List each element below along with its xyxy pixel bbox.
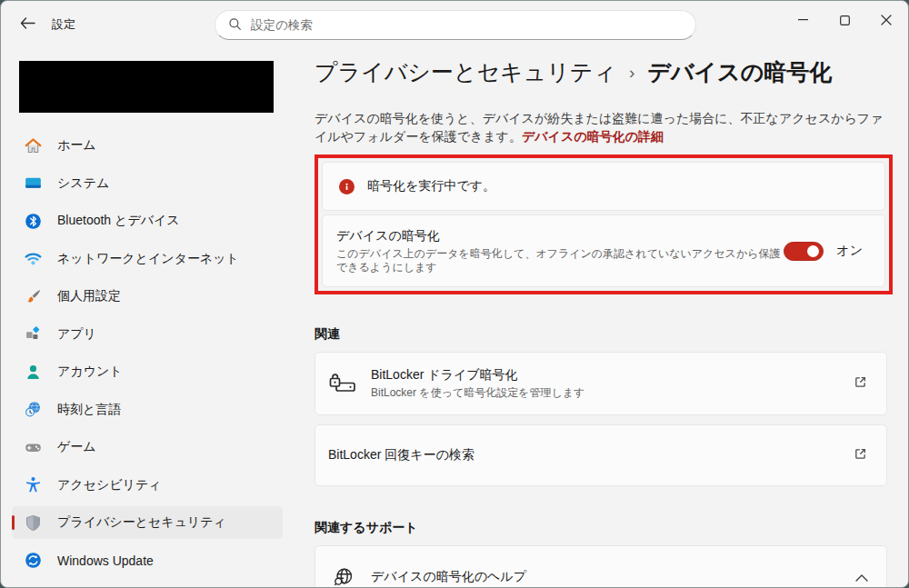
sidebar-item-label: Windows Update: [57, 553, 154, 568]
account-profile-redacted[interactable]: [19, 61, 274, 113]
setting-text: デバイスの暗号化 このデバイス上のデータを暗号化して、オフラインの承認されていな…: [336, 228, 784, 274]
web-help-globe-icon: [329, 566, 356, 588]
breadcrumb-parent[interactable]: プライバシーとセキュリティ: [315, 56, 616, 87]
setting-title: デバイスの暗号化: [336, 228, 784, 244]
back-button[interactable]: [12, 11, 43, 38]
support-section-header: 関連するサポート: [315, 520, 893, 536]
sidebar-item-label: ゲーム: [57, 439, 96, 455]
search-input[interactable]: 設定の検索: [215, 10, 696, 40]
sidebar-item-label: アクセシビリティ: [57, 477, 162, 493]
system-icon: [23, 174, 43, 194]
card-subtitle: BitLocker を使って暗号化設定を管理します: [371, 385, 584, 401]
card-title: BitLocker 回復キーの検索: [328, 447, 474, 463]
sidebar-item-accounts[interactable]: アカウント: [12, 355, 283, 388]
sidebar-item-time-language[interactable]: 時刻と言語: [12, 394, 283, 426]
page-title: デバイスの暗号化: [647, 56, 832, 87]
encryption-help-card[interactable]: デバイスの暗号化のヘルプ: [315, 545, 887, 588]
time-language-icon: [23, 400, 43, 420]
related-section-header: 関連: [315, 326, 893, 343]
home-icon: [23, 135, 43, 155]
network-icon: [23, 249, 43, 269]
accessibility-icon: [23, 475, 43, 495]
sidebar-item-label: プライバシーとセキュリティ: [57, 514, 226, 531]
search-placeholder: 設定の検索: [251, 17, 313, 34]
card-title: デバイスの暗号化のヘルプ: [371, 569, 526, 585]
chevron-up-icon[interactable]: [855, 570, 868, 584]
sidebar-item-label: アカウント: [57, 364, 123, 380]
search-icon: [228, 17, 242, 34]
bluetooth-icon: [23, 211, 43, 231]
sidebar: ホーム システム Bluetooth とデバイス: [1, 48, 294, 588]
window-controls: [782, 2, 907, 42]
breadcrumb-separator-icon: ›: [629, 55, 634, 88]
close-button[interactable]: [865, 2, 907, 38]
settings-window: 設定 設定の検索: [0, 0, 909, 588]
minimize-button[interactable]: [782, 2, 824, 38]
windows-update-icon: [23, 551, 43, 571]
sidebar-item-label: ネットワークとインターネット: [57, 251, 239, 267]
bitlocker-recovery-key-card[interactable]: BitLocker 回復キーの検索: [315, 424, 887, 486]
sidebar-item-bluetooth-devices[interactable]: Bluetooth とデバイス: [12, 204, 283, 237]
sidebar-item-accessibility[interactable]: アクセシビリティ: [12, 469, 283, 502]
sidebar-item-network-internet[interactable]: ネットワークとインターネット: [12, 243, 283, 275]
bitlocker-lock-drive-icon: [329, 373, 356, 394]
sidebar-item-label: Bluetooth とデバイス: [57, 213, 180, 229]
maximize-icon: [840, 15, 850, 25]
apps-icon: [23, 324, 43, 344]
page-description: デバイスの暗号化を使うと、デバイスが紛失または盗難に遭った場合に、不正なアクセス…: [315, 109, 893, 145]
sidebar-item-system[interactable]: システム: [12, 167, 283, 200]
close-icon: [881, 15, 892, 25]
sidebar-nav: ホーム システム Bluetooth とデバイス: [1, 129, 294, 577]
main-content: プライバシーとセキュリティ › デバイスの暗号化 デバイスの暗号化を使うと、デバ…: [294, 48, 909, 588]
toggle-group: オン: [784, 242, 863, 261]
info-icon: [339, 179, 355, 194]
external-link-icon: [853, 374, 868, 393]
sidebar-item-windows-update[interactable]: Windows Update: [12, 544, 283, 577]
device-encryption-toggle[interactable]: [784, 242, 824, 261]
sidebar-item-label: 個人用設定: [57, 288, 121, 304]
sidebar-item-label: アプリ: [57, 326, 96, 343]
sidebar-item-privacy-security[interactable]: プライバシーとセキュリティ: [12, 506, 283, 539]
card-text: BitLocker ドライブ暗号化 BitLocker を使って暗号化設定を管理…: [371, 367, 584, 401]
annotation-highlight-box: 暗号化を実行中です。 デバイスの暗号化 このデバイス上のデータを暗号化して、オフ…: [315, 154, 893, 294]
bitlocker-drive-encryption-card[interactable]: BitLocker ドライブ暗号化 BitLocker を使って暗号化設定を管理…: [315, 352, 887, 415]
sidebar-item-label: 時刻と言語: [57, 402, 121, 418]
setting-description: このデバイス上のデータを暗号化して、オフラインの承認されていないアクセスから保護…: [336, 247, 784, 274]
toggle-knob: [807, 245, 819, 257]
selected-accent-bar: [12, 515, 15, 530]
sidebar-item-gaming[interactable]: ゲーム: [12, 431, 283, 463]
privacy-shield-icon: [23, 513, 43, 533]
sidebar-item-apps[interactable]: アプリ: [12, 318, 283, 351]
sidebar-item-personalization[interactable]: 個人用設定: [12, 280, 283, 313]
card-title: BitLocker ドライブ暗号化: [371, 367, 584, 384]
maximize-button[interactable]: [824, 2, 865, 38]
minimize-icon: [798, 19, 808, 21]
gaming-icon: [23, 437, 43, 457]
banner-message: 暗号化を実行中です。: [367, 178, 495, 194]
sidebar-item-label: システム: [57, 175, 109, 192]
back-arrow-icon: [20, 17, 35, 32]
accounts-icon: [23, 362, 43, 382]
personalization-icon: [23, 286, 43, 306]
device-encryption-setting-row: デバイスの暗号化 このデバイス上のデータを暗号化して、オフラインの承認されていな…: [322, 214, 885, 287]
sidebar-item-label: ホーム: [57, 137, 96, 154]
external-link-icon: [853, 446, 868, 464]
sidebar-item-home[interactable]: ホーム: [12, 129, 283, 162]
app-title: 設定: [52, 16, 75, 33]
learn-more-link[interactable]: デバイスの暗号化の詳細: [522, 129, 664, 144]
toggle-state-label: オン: [836, 243, 863, 259]
titlebar: 設定 設定の検索: [1, 1, 908, 48]
encryption-status-banner: 暗号化を実行中です。: [322, 162, 885, 211]
breadcrumb: プライバシーとセキュリティ › デバイスの暗号化: [315, 55, 893, 88]
